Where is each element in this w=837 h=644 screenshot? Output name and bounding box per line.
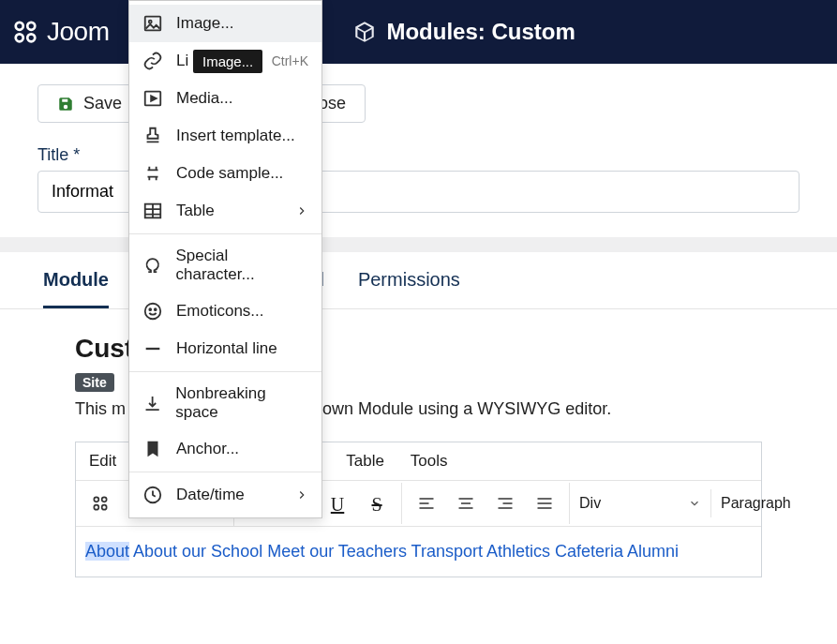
insert-template-item[interactable]: Insert template...	[129, 117, 321, 155]
chevron-right-icon	[295, 488, 308, 502]
insert-nbsp-label: Nonbreaking space	[175, 384, 308, 422]
insert-nbsp-item[interactable]: Nonbreaking space	[129, 376, 321, 430]
selected-text: About	[85, 542, 129, 561]
anchor-icon	[142, 439, 163, 459]
link-icon	[142, 51, 163, 71]
stamp-icon	[142, 126, 163, 146]
align-left-button[interactable]	[410, 488, 443, 518]
tooltip: Image...	[193, 50, 262, 73]
svg-point-3	[27, 34, 35, 41]
dropdown-separator	[129, 233, 321, 234]
paragraph-value: Paragraph	[721, 495, 791, 512]
insert-template-label: Insert template...	[176, 127, 295, 145]
svg-point-7	[102, 505, 107, 510]
dropdown-separator	[129, 371, 321, 372]
align-center-button[interactable]	[449, 488, 483, 518]
topbar: Joom Modules: Custom	[0, 0, 837, 64]
title-field-row: Title *	[0, 145, 837, 237]
insert-table-item[interactable]: Table	[129, 192, 321, 230]
nbsp-icon	[142, 393, 162, 413]
dropdown-separator	[129, 472, 321, 472]
insert-special-char-item[interactable]: Special character...	[129, 238, 321, 292]
chevron-down-icon	[688, 497, 701, 510]
insert-media-label: Media...	[176, 89, 232, 108]
insert-link-label: Li	[176, 52, 188, 70]
save-button[interactable]: Save	[37, 84, 142, 123]
brand-logo: Joom	[11, 17, 109, 47]
insert-hr-item[interactable]: Horizontal line	[129, 330, 321, 367]
insert-anchor-item[interactable]: Anchor...	[129, 430, 321, 468]
block-format-select[interactable]: Div	[570, 489, 710, 517]
insert-link-item[interactable]: Li Image... Ctrl+K	[129, 42, 321, 80]
code-icon	[142, 163, 163, 184]
clock-icon	[142, 485, 163, 505]
editor-menu-table[interactable]: Table	[333, 442, 397, 480]
omega-icon	[142, 255, 163, 276]
svg-point-5	[102, 497, 107, 502]
paragraph-select[interactable]: Paragraph	[710, 489, 837, 517]
editor-body[interactable]: About About our School Meet our Teachers…	[76, 527, 761, 577]
tab-bar: Module Options Advanced Permissions	[0, 252, 837, 309]
underline-button[interactable]: U	[321, 488, 354, 518]
desc-prefix: This m	[75, 399, 126, 418]
insert-code-item[interactable]: Code sample...	[129, 155, 321, 192]
insert-image-item[interactable]: Image...	[129, 5, 321, 42]
svg-point-2	[16, 34, 23, 41]
editor-menu-edit[interactable]: Edit	[76, 442, 129, 480]
insert-hr-label: Horizontal line	[176, 339, 277, 358]
strike-button[interactable]: S	[360, 488, 394, 518]
link-shortcut: Ctrl+K	[272, 53, 308, 68]
body-text: About our School Meet our Teachers Trans…	[129, 542, 679, 561]
align-group	[402, 483, 570, 524]
page-title-text: Modules: Custom	[386, 19, 575, 45]
svg-point-9	[149, 21, 152, 23]
svg-point-14	[155, 308, 157, 310]
chevron-right-icon	[295, 204, 308, 217]
insert-datetime-item[interactable]: Date/time	[129, 476, 321, 514]
insert-special-char-label: Special character...	[176, 247, 308, 284]
hr-icon	[142, 338, 163, 359]
insert-dropdown: Image... Li Image... Ctrl+K Media... Ins…	[128, 0, 322, 518]
tab-module[interactable]: Module	[43, 269, 109, 308]
align-justify-button[interactable]	[528, 488, 561, 518]
svg-point-6	[94, 505, 98, 510]
svg-point-0	[16, 22, 23, 30]
insert-emoticon-item[interactable]: Emoticons...	[129, 292, 321, 330]
joomla-icon	[11, 18, 39, 46]
page-title: Modules: Custom	[352, 19, 575, 45]
svg-point-12	[145, 304, 161, 320]
cube-icon	[352, 20, 377, 44]
insert-emoticon-label: Emoticons...	[176, 302, 264, 321]
divider-bar	[0, 237, 837, 252]
image-icon	[142, 13, 163, 34]
table-icon	[142, 201, 163, 221]
module-content: Cust Site This m........................…	[0, 309, 837, 577]
brand-text: Joom	[47, 17, 109, 47]
insert-table-label: Table	[176, 202, 215, 220]
svg-point-1	[27, 22, 35, 30]
insert-image-label: Image...	[176, 14, 233, 33]
media-icon	[142, 88, 163, 109]
insert-media-item[interactable]: Media...	[129, 80, 321, 117]
insert-anchor-label: Anchor...	[176, 440, 239, 458]
site-pill: Site	[75, 373, 114, 392]
joomla-tool-icon[interactable]	[83, 488, 117, 518]
save-button-label: Save	[83, 94, 122, 113]
save-icon	[57, 96, 74, 112]
align-right-button[interactable]	[488, 488, 522, 518]
tab-permissions[interactable]: Permissions	[358, 269, 460, 308]
smile-icon	[142, 301, 163, 322]
block-format-value: Div	[579, 495, 601, 512]
action-toolbar: Save e Close	[0, 64, 837, 145]
insert-datetime-label: Date/time	[176, 486, 245, 504]
editor-menu-tools[interactable]: Tools	[397, 442, 461, 480]
svg-point-4	[94, 497, 98, 502]
svg-point-13	[149, 308, 151, 310]
insert-code-label: Code sample...	[176, 164, 283, 183]
